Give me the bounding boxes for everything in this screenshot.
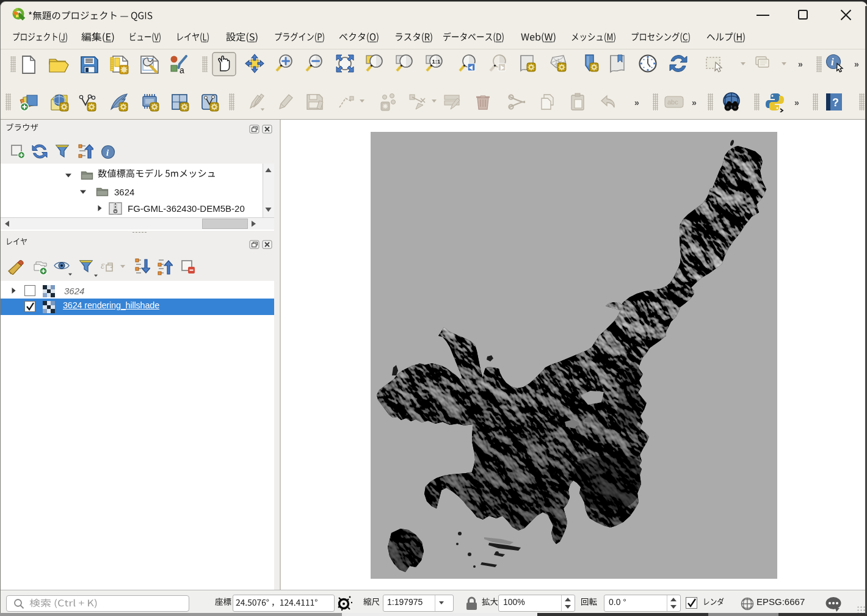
svg-text:ε: ε [101, 260, 105, 270]
svg-text:a: a [180, 65, 184, 74]
svg-text:i: i [831, 56, 834, 68]
svg-text:1:1: 1:1 [432, 58, 441, 65]
svg-text:?: ? [832, 96, 839, 109]
svg-text:abc: abc [667, 98, 678, 106]
